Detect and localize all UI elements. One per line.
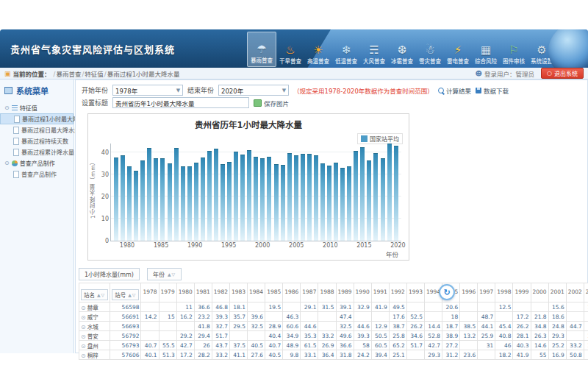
bar-2003[interactable]: [281, 165, 285, 241]
radio-icon[interactable]: ⊙: [81, 314, 86, 321]
bar-1990[interactable]: [194, 163, 198, 241]
nav-item-高温普查[interactable]: ☀高温普查: [304, 32, 332, 67]
station-name-cell[interactable]: ⊙盘州: [79, 341, 110, 350]
bar-2011[interactable]: [334, 163, 338, 241]
value-cell-桐梓-1989: 31.8: [336, 350, 354, 360]
bar-1999[interactable]: [254, 157, 258, 241]
expand-icon[interactable]: ⊙: [4, 160, 10, 166]
bar-1994[interactable]: [220, 164, 225, 241]
bar-2015[interactable]: [360, 147, 365, 241]
column-header-站号[interactable]: 站号 ▲▽: [110, 283, 141, 302]
radio-icon[interactable]: ⊙: [81, 305, 86, 311]
nav-item-干旱普查[interactable]: ♨干旱普查: [276, 32, 304, 67]
bar-1998[interactable]: [247, 150, 251, 241]
bar-2017[interactable]: [373, 153, 378, 241]
value-cell-桐梓-1991: 39.4: [371, 350, 389, 360]
bar-1997[interactable]: [240, 155, 245, 241]
bar-1982[interactable]: [140, 160, 145, 241]
bar-2020[interactable]: [394, 146, 398, 241]
bar-1986[interactable]: [168, 163, 172, 241]
breadcrumb-item[interactable]: 特征值: [85, 71, 104, 78]
tree-item-暴雨过程日最大降水量[interactable]: 暴雨过程日最大降水量: [0, 124, 74, 135]
bar-2005[interactable]: [294, 155, 298, 241]
bar-2009[interactable]: [320, 163, 325, 241]
bar-2019[interactable]: [387, 144, 392, 241]
value-cell-盘州-2001: 25.2: [548, 341, 566, 350]
nav-item-低温普查[interactable]: ❄低温普查: [332, 32, 360, 67]
sort-icon[interactable]: ▲▽: [168, 272, 176, 277]
bar-1980[interactable]: [127, 166, 132, 241]
column-header-站名[interactable]: 站名 ▲▽: [79, 283, 110, 302]
tree-item-暴雨过程持续天数[interactable]: 暴雨过程持续天数: [0, 135, 74, 146]
bar-2018[interactable]: [381, 158, 385, 241]
station-name-cell[interactable]: ⊙赫章: [79, 302, 110, 312]
nav-item-综合风险[interactable]: ▦综合风险: [472, 32, 500, 67]
nav-item-大风普查[interactable]: ☴大风普查: [360, 32, 388, 67]
download-button[interactable]: 数据下载: [476, 86, 509, 95]
bar-1981[interactable]: [134, 171, 138, 241]
bar-1983[interactable]: [147, 148, 151, 241]
radio-icon[interactable]: ⊙: [81, 333, 86, 340]
start-year-select[interactable]: 1978年 ▼: [112, 85, 183, 96]
bar-1991[interactable]: [201, 158, 205, 241]
bar-1992[interactable]: [207, 151, 212, 241]
chart-title-input[interactable]: 贵州省历年1小时最大降水量: [112, 97, 249, 108]
tree-item-普查产品制作[interactable]: 普查产品制作: [0, 169, 74, 180]
tree-item-暴雨过程累计降水量[interactable]: 暴雨过程累计降水量: [0, 146, 74, 158]
station-name-cell[interactable]: ⊙普安: [79, 331, 110, 341]
value-cell-水城-1995: 18.7: [442, 322, 460, 331]
bar-2010[interactable]: [327, 166, 331, 241]
year-column-2000: 2000: [531, 283, 548, 302]
value-cell-赫章-1983: 18.1: [229, 302, 247, 312]
breadcrumb-item[interactable]: 暴雨普查: [56, 71, 81, 78]
station-name-cell[interactable]: ⊙桐梓: [79, 350, 110, 360]
bar-2013[interactable]: [347, 166, 351, 241]
station-name-cell[interactable]: ⊙水城: [79, 322, 110, 331]
bar-2006[interactable]: [301, 154, 305, 241]
bar-1988[interactable]: [181, 166, 185, 241]
value-cell-桐梓-1978: 40.1: [141, 350, 159, 360]
nav-item-冰雹普查[interactable]: ❆冰雹普查: [388, 32, 416, 67]
sort-icon[interactable]: ▲▽: [128, 292, 136, 297]
bar-1993[interactable]: [214, 149, 218, 241]
save-image-button[interactable]: 保存图片: [254, 99, 289, 107]
bar-1987[interactable]: [174, 148, 179, 241]
bar-2000[interactable]: [260, 158, 265, 241]
bar-1979[interactable]: [121, 155, 125, 241]
bar-1995[interactable]: [227, 162, 232, 241]
station-name-cell[interactable]: ⊙威宁: [79, 312, 110, 322]
nav-item-label: 冰雹普查: [391, 57, 413, 65]
radio-icon[interactable]: ⊙: [81, 324, 86, 330]
end-year-select[interactable]: 2020年 ▼: [218, 85, 289, 96]
tree-group-特征值[interactable]: ⊙特征值: [0, 102, 74, 113]
tree-group-普查产品制作[interactable]: ⊙普查产品制作: [0, 158, 74, 169]
bar-1996[interactable]: [234, 152, 238, 241]
column-dimension-box[interactable]: 年份 ▲▽: [147, 268, 182, 280]
bar-2016[interactable]: [367, 160, 371, 241]
radio-icon[interactable]: ⊙: [81, 353, 86, 359]
nav-item-雷电普查[interactable]: ⚡雷电普查: [444, 32, 472, 67]
nav-item-图件审核[interactable]: ⚐图件审核: [500, 32, 528, 67]
bar-2014[interactable]: [354, 151, 358, 241]
breadcrumb-item[interactable]: 暴雨过程1小时最大降水量: [107, 71, 180, 78]
tree-item-暴雨过程1小时最大降水量[interactable]: 暴雨过程1小时最大降水量: [0, 113, 74, 124]
bar-1989[interactable]: [187, 166, 192, 241]
drought-icon: ♨: [285, 44, 295, 57]
bar-2012[interactable]: [340, 168, 345, 241]
bar-2008[interactable]: [314, 155, 318, 241]
expand-icon[interactable]: ⊙: [4, 105, 10, 111]
bar-1978[interactable]: [114, 158, 118, 241]
bar-1985[interactable]: [160, 158, 165, 241]
nav-item-雪灾普查[interactable]: ☃雪灾普查: [416, 32, 444, 67]
x-tick-label: 1995: [221, 242, 236, 249]
bar-2002[interactable]: [274, 164, 279, 241]
bar-1984[interactable]: [154, 158, 158, 241]
bar-2007[interactable]: [307, 154, 312, 241]
bar-2004[interactable]: [287, 153, 292, 241]
sort-icon[interactable]: ▲▽: [97, 292, 105, 297]
nav-item-暴雨普查[interactable]: ☂暴雨普查: [247, 32, 276, 67]
logout-button[interactable]: ○ 退出系统: [541, 68, 584, 79]
calculate-button[interactable]: 计算结果: [438, 86, 471, 95]
bar-2001[interactable]: [267, 157, 271, 241]
radio-icon[interactable]: ⊙: [81, 343, 86, 350]
